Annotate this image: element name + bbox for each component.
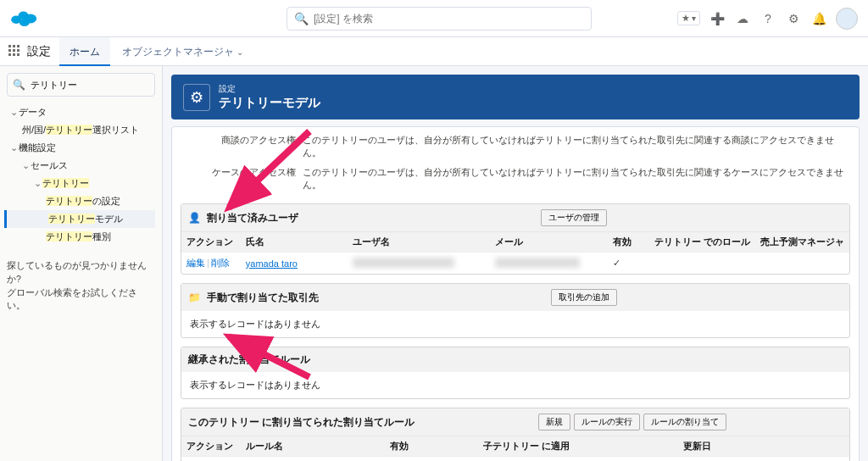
main-content: ⚙ 設定 テリトリーモデル 商談のアクセス権 このテリトリーのユーザは、自分が所… [163,66,868,461]
case-access-row: ケースのアクセス権 このテリトリーのユーザは、自分が所有していなければテリトリー… [181,163,850,195]
col-username: ユーザ名 [348,232,490,253]
app-label: 設定 [27,44,51,59]
col-action: アクション [181,436,241,457]
sidebar-help-text: 探しているものが見つかりませんか? グローバル検索をお試しください。 [7,259,155,313]
manual-accounts-panel: 📁 手動で割り当てた取引先 取引先の追加 表示するレコードはありません [181,283,850,338]
run-rules-button[interactable]: ルールの実行 [574,414,640,430]
bell-icon[interactable]: 🔔 [810,10,827,27]
page-title: テリトリーモデル [219,95,320,111]
inherited-empty: 表示するレコードはありません [181,372,849,398]
tree-territory-settings[interactable]: テリトリーの設定 [7,192,155,210]
global-search-input[interactable] [314,13,584,25]
svg-point-3 [19,19,30,25]
help-icon[interactable]: ? [760,10,776,27]
gear-icon[interactable]: ⚙ [785,10,802,27]
assigned-users-panel: 👤 割り当て済みユーザ ユーザの管理 アクション 氏名 ユーザ名 メール 有効 … [181,203,850,275]
table-row: 編集|削除 郵便番号 ✓ 2021/11/07 11:07 [181,457,849,462]
salesforce-logo[interactable] [10,8,41,29]
setup-sidebar: 🔍 ⌄データ 州/国/テリトリー選択リスト ⌄機能設定 ⌄セールス ⌄テリトリー… [0,66,163,461]
search-icon: 🔍 [294,12,309,25]
opportunity-access-label: 商談のアクセス権 [186,134,296,159]
manual-accounts-title: 手動で割り当てた取引先 [207,291,319,305]
col-enabled: 有効 [385,436,478,457]
folder-icon: 📁 [188,292,200,303]
tree-data[interactable]: ⌄データ [7,103,155,121]
tree-territory-model[interactable]: テリトリーモデル [4,210,155,228]
edit-link[interactable]: 編集 [186,258,205,268]
sidebar-search[interactable]: 🔍 [7,73,155,97]
col-manager: 売上予測マネージャ [755,232,849,253]
col-rulename: ルール名 [241,436,385,457]
assign-rules-button[interactable]: ルールの割り当て [643,414,726,430]
col-child: 子テリトリー に適用 [478,436,678,457]
tree-function-settings[interactable]: ⌄機能設定 [7,139,155,157]
sidebar-search-input[interactable] [31,80,149,90]
tree-state-country-territory-picklist[interactable]: 州/国/テリトリー選択リスト [7,121,155,139]
delete-link[interactable]: 削除 [211,258,230,268]
case-access-value: このテリトリーのユーザは、自分が所有していなければテリトリーに割り当てられた取引… [303,166,845,192]
enabled-check: ✓ [385,457,478,462]
enabled-check: ✓ [608,253,649,275]
manage-users-button[interactable]: ユーザの管理 [541,209,607,226]
blurred-mail [495,258,580,268]
opportunity-access-row: 商談のアクセス権 このテリトリーのユーザは、自分が所有していなければテリトリーに… [181,131,850,163]
col-action: アクション [181,232,241,253]
case-access-label: ケースのアクセス権 [186,166,296,192]
territory-rules-title: このテリトリー に割り当てられた割り当てルール [188,415,415,430]
opportunity-access-value: このテリトリーのユーザは、自分が所有していなければテリトリーに割り当てられた取引… [303,134,845,159]
gear-icon: ⚙ [183,84,210,111]
global-header: 🔍 ★ ▾ ➕ ☁ ? ⚙ 🔔 [0,0,868,37]
manual-empty: 表示するレコードはありません [181,311,849,337]
territory-rules-table: アクション ルール名 有効 子テリトリー に適用 更新日 編集|削除 郵便番号 … [181,436,849,461]
inherited-rules-title: 継承された割り当てルール [188,353,310,367]
header-right-cluster: ★ ▾ ➕ ☁ ? ⚙ 🔔 [677,8,858,30]
add-icon[interactable]: ➕ [709,10,726,27]
tree-territory[interactable]: ⌄テリトリー [7,175,155,192]
col-enabled: 有効 [608,232,649,253]
assigned-users-title: 割り当て済みユーザ [207,211,298,225]
user-name-link[interactable]: yamada taro [246,258,298,269]
col-name: 氏名 [241,232,348,253]
col-role: テリトリー でのロール [649,232,755,253]
col-updated: 更新日 [678,436,849,457]
search-icon: 🔍 [13,79,25,91]
updated-date: 2021/11/07 11:07 [678,457,849,462]
blurred-username [353,258,454,268]
app-launcher-icon[interactable] [8,45,22,58]
user-icon: 👤 [188,212,200,224]
new-rule-button[interactable]: 新規 [538,414,570,430]
favorites-button[interactable]: ★ ▾ [677,11,700,25]
tree-territory-type[interactable]: テリトリー種別 [7,228,155,246]
col-mail: メール [490,232,608,253]
global-nav: 設定 ホーム オブジェクトマネージャ ⌄ [0,37,868,66]
table-row: 編集|削除 yamada taro ✓ [181,253,849,275]
content-card: 商談のアクセス権 このテリトリーのユーザは、自分が所有していなければテリトリーに… [171,126,860,461]
tree-sales[interactable]: ⌄セールス [7,157,155,175]
territory-rules-panel: このテリトリー に割り当てられた割り当てルール 新規 ルールの実行 ルールの割り… [181,408,850,461]
page-eyebrow: 設定 [219,83,320,95]
add-account-button[interactable]: 取引先の追加 [551,289,617,306]
inherited-rules-panel: 継承された割り当てルール 表示するレコードはありません [181,347,850,399]
page-header: ⚙ 設定 テリトリーモデル [171,75,860,119]
tab-home[interactable]: ホーム [59,37,110,66]
tab-object-manager[interactable]: オブジェクトマネージャ ⌄ [112,37,253,66]
global-search[interactable]: 🔍 [287,7,592,31]
assigned-users-table: アクション 氏名 ユーザ名 メール 有効 テリトリー でのロール 売上予測マネー… [181,231,849,274]
avatar[interactable] [836,8,858,30]
salesforce-help-icon[interactable]: ☁ [734,10,751,27]
